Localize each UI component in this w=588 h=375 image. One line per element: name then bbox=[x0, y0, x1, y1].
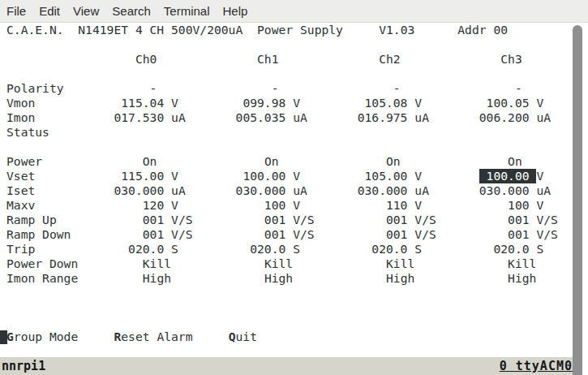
cell-iset-ch2: 030.000 bbox=[358, 183, 408, 198]
unit-trip-ch1: S bbox=[293, 242, 300, 256]
hotkey-letter: R bbox=[114, 330, 121, 343]
cell-maxv-ch0: 120 bbox=[114, 198, 164, 213]
cell-trip-ch3: 020.0 bbox=[479, 242, 530, 256]
status-hostname: nnrpi1 bbox=[0, 358, 45, 375]
status-bar: nnrpi1 0 ttyACM0 bbox=[0, 357, 573, 375]
hotkey-letter: G bbox=[6, 330, 14, 343]
menu-item-file[interactable]: File bbox=[0, 0, 32, 22]
cell-ramp_down-ch0: 001 bbox=[114, 227, 164, 242]
cell-vmon-ch3: 100.05 bbox=[479, 96, 530, 110]
row-label-trip: Trip bbox=[6, 242, 35, 256]
cell-power_down-ch3: Kill bbox=[508, 256, 536, 271]
column-header-ch2: Ch2 bbox=[379, 52, 400, 67]
cell-ramp_up-ch2: 001 bbox=[358, 213, 408, 227]
menu-item-edit[interactable]: Edit bbox=[32, 0, 67, 22]
unit-vset-ch2: V bbox=[414, 169, 422, 183]
cell-ramp_up-ch1: 001 bbox=[236, 213, 286, 227]
cell-maxv-ch1: 100 bbox=[236, 198, 286, 213]
unit-imon-ch1: uA bbox=[293, 110, 307, 125]
cell-maxv-ch2: 110 bbox=[358, 198, 408, 213]
unit-ramp_down-ch2: V/S bbox=[414, 227, 436, 242]
command-label: roup Mode bbox=[14, 330, 78, 343]
unit-ramp_up-ch3: V/S bbox=[536, 213, 557, 227]
unit-vmon-ch3: V bbox=[536, 96, 543, 110]
cell-imon-ch2: 016.975 bbox=[358, 110, 408, 125]
cell-imon_range-ch1: High bbox=[264, 271, 293, 286]
title-product: Power Supply bbox=[257, 23, 343, 37]
cell-trip-ch2: 020.0 bbox=[358, 242, 408, 256]
terminal-window: FileEditViewSearchTerminalHelp C.A.E.N.N… bbox=[0, 0, 588, 375]
row-label-power: Power bbox=[6, 154, 42, 169]
title-brand: C.A.E.N. bbox=[6, 23, 64, 37]
unit-ramp_up-ch1: V/S bbox=[293, 213, 314, 227]
cell-vset-ch1: 100.00 bbox=[236, 169, 286, 183]
unit-iset-ch0: uA bbox=[171, 183, 186, 198]
scrollbar[interactable] bbox=[573, 23, 588, 375]
cell-imon-ch0: 017.530 bbox=[114, 110, 164, 125]
cell-ramp_down-ch1: 001 bbox=[236, 227, 286, 242]
cell-ramp_up-ch0: 001 bbox=[114, 213, 164, 227]
footer-command-group-mode[interactable]: Group Mode bbox=[6, 330, 78, 344]
row-label-ramp_up: Ramp Up bbox=[6, 213, 57, 227]
unit-ramp_up-ch0: V/S bbox=[171, 213, 192, 227]
footer-command-reset-alarm[interactable]: Reset Alarm bbox=[114, 330, 192, 344]
unit-ramp_down-ch1: V/S bbox=[293, 227, 314, 242]
row-label-status: Status bbox=[6, 125, 49, 140]
cell-ramp_down-ch2: 001 bbox=[358, 227, 408, 242]
cell-power-ch0: On bbox=[143, 154, 157, 169]
unit-trip-ch0: S bbox=[171, 242, 178, 256]
cell-imon_range-ch3: High bbox=[508, 271, 536, 286]
unit-iset-ch2: uA bbox=[414, 183, 429, 198]
cell-polarity-ch3: - bbox=[515, 81, 522, 96]
unit-imon-ch3: uA bbox=[536, 110, 551, 125]
column-header-ch3: Ch3 bbox=[500, 52, 521, 67]
menu-item-terminal[interactable]: Terminal bbox=[157, 0, 217, 22]
cell-imon_range-ch2: High bbox=[386, 271, 414, 286]
unit-ramp_up-ch2: V/S bbox=[414, 213, 436, 227]
cell-vmon-ch1: 099.98 bbox=[236, 96, 286, 110]
unit-maxv-ch3: V bbox=[536, 198, 543, 213]
unit-vmon-ch1: V bbox=[293, 96, 300, 110]
title-address: Addr 00 bbox=[457, 23, 508, 37]
command-label: eset Alarm bbox=[121, 330, 192, 343]
unit-iset-ch1: uA bbox=[293, 183, 307, 198]
row-label-power_down: Power Down bbox=[6, 256, 78, 271]
cell-imon_range-ch0: High bbox=[143, 271, 171, 286]
terminal-screen: C.A.E.N.N1419ET 4 CH 500V/200uAPower Sup… bbox=[0, 23, 588, 375]
cell-ramp_down-ch3: 001 bbox=[479, 227, 530, 242]
unit-maxv-ch2: V bbox=[414, 198, 422, 213]
scrollbar-thumb[interactable] bbox=[573, 25, 582, 375]
cursor-block bbox=[0, 330, 7, 345]
cell-power-ch1: On bbox=[264, 154, 279, 169]
column-header-ch1: Ch1 bbox=[257, 52, 278, 67]
cell-iset-ch1: 030.000 bbox=[236, 183, 286, 198]
row-label-ramp_down: Ramp Down bbox=[6, 227, 71, 242]
unit-vset-ch3: V bbox=[536, 169, 543, 183]
cell-power_down-ch1: Kill bbox=[264, 256, 293, 271]
cell-imon-ch1: 005.035 bbox=[236, 110, 286, 125]
cell-vset-ch2: 105.00 bbox=[358, 169, 408, 183]
unit-ramp_down-ch0: V/S bbox=[171, 227, 192, 242]
unit-vset-ch1: V bbox=[293, 169, 300, 183]
cell-power_down-ch2: Kill bbox=[386, 256, 414, 271]
cell-iset-ch0: 030.000 bbox=[114, 183, 164, 198]
cell-vset-ch0: 115.00 bbox=[114, 169, 164, 183]
menu-item-view[interactable]: View bbox=[67, 0, 105, 22]
cell-vmon-ch0: 115.04 bbox=[114, 96, 164, 110]
row-label-imon_range: Imon Range bbox=[6, 271, 78, 286]
unit-vmon-ch2: V bbox=[414, 96, 422, 110]
menu-item-help[interactable]: Help bbox=[217, 0, 255, 22]
cell-power-ch3: On bbox=[508, 154, 522, 169]
cell-ramp_up-ch3: 001 bbox=[479, 213, 530, 227]
unit-trip-ch3: S bbox=[536, 242, 543, 256]
footer-command-quit[interactable]: Quit bbox=[229, 330, 257, 344]
cell-vset-ch3-selected[interactable]: 100.00 bbox=[479, 169, 537, 183]
unit-iset-ch3: uA bbox=[536, 183, 551, 198]
cell-vmon-ch2: 105.08 bbox=[358, 96, 408, 110]
unit-maxv-ch1: V bbox=[293, 198, 300, 213]
cell-iset-ch3: 030.000 bbox=[479, 183, 530, 198]
cell-imon-ch3: 006.200 bbox=[479, 110, 530, 125]
command-label: uit bbox=[236, 330, 257, 343]
menu-item-search[interactable]: Search bbox=[105, 0, 157, 22]
unit-maxv-ch0: V bbox=[171, 198, 178, 213]
